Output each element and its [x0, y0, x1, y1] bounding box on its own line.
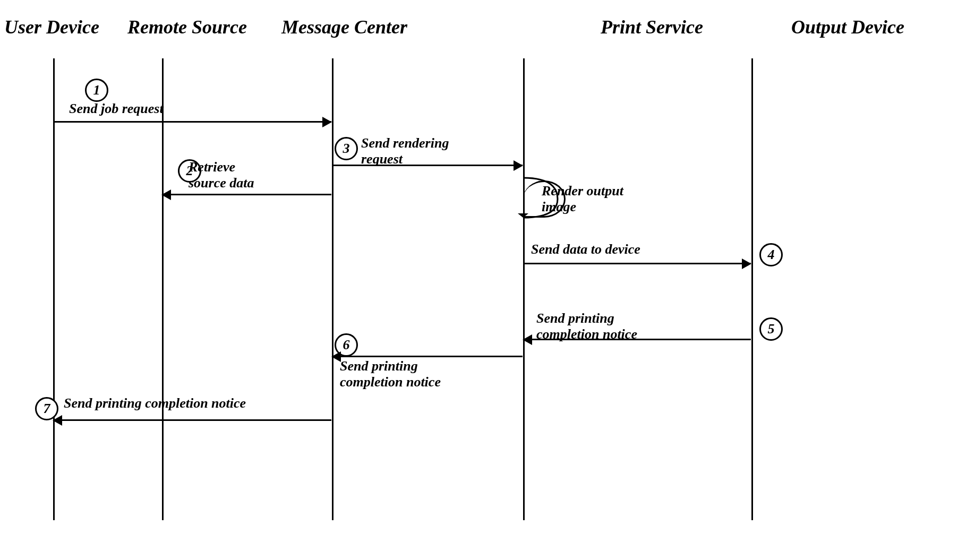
step-5-circle: 5: [759, 317, 783, 341]
step-2-label: Retrievesource data: [189, 159, 254, 191]
step-1-circle: 1: [85, 79, 108, 102]
step-3-label: Send renderingrequest: [361, 135, 449, 167]
step-4-label: Send data to device: [531, 242, 640, 257]
actor-user-device: User Device: [4, 16, 99, 38]
sequence-diagram: User Device Remote Source Message Center…: [0, 0, 958, 560]
arrow-3: [332, 165, 523, 166]
step-6-label: Send printingcompletion notice: [340, 358, 441, 390]
actor-output-device: Output Device: [791, 16, 904, 38]
arrow-6: [332, 356, 523, 357]
step-3-circle: 3: [335, 137, 358, 160]
lifeline-print-service: [523, 58, 525, 520]
actor-remote-source: Remote Source: [127, 16, 247, 38]
step-7-label: Send printing completion notice: [64, 395, 246, 411]
arrow-7: [53, 419, 331, 421]
lifeline-message-center: [332, 58, 333, 520]
arrow-4: [523, 263, 751, 264]
step-1-label: Send job request: [69, 101, 164, 117]
lifeline-output-device: [751, 58, 753, 520]
arrow-2: [162, 194, 331, 195]
render-label: Render outputimage: [542, 183, 623, 215]
arrow-1: [53, 121, 331, 123]
actor-print-service: Print Service: [601, 16, 703, 38]
step-4-circle: 4: [759, 243, 783, 266]
arrow-5: [523, 339, 751, 340]
lifeline-remote-source: [162, 58, 164, 520]
lifeline-user-device: [53, 58, 55, 520]
step-5-label: Send printingcompletion notice: [536, 311, 637, 342]
actor-message-center: Message Center: [281, 16, 407, 38]
